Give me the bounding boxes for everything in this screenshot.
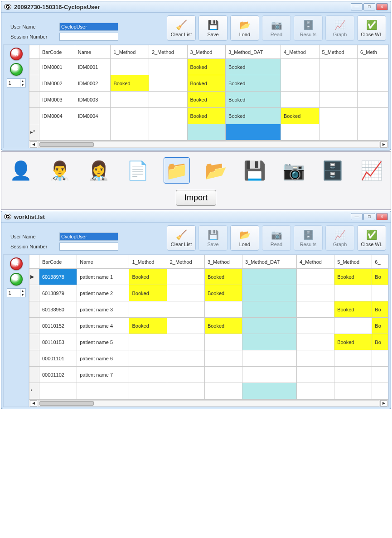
cell-c5[interactable] (334, 350, 372, 367)
session-number-input[interactable] (59, 242, 118, 251)
cell-c5[interactable]: Booked (334, 301, 372, 318)
cell-c3d[interactable] (242, 350, 297, 367)
user-large-icon[interactable]: 👤 (8, 157, 34, 184)
close-button[interactable] (376, 3, 388, 10)
cell-c3d[interactable]: Booked (226, 75, 281, 92)
clear-list-button[interactable]: Clear List (167, 15, 196, 41)
cell-c6[interactable] (358, 92, 388, 108)
cell-c2[interactable] (167, 350, 204, 367)
session-number-input[interactable] (59, 33, 118, 41)
cell-name[interactable]: IDM0003 (75, 92, 111, 108)
cell-c3d[interactable]: Booked (226, 108, 281, 124)
cell-c1[interactable] (111, 108, 149, 124)
cell-c5[interactable] (319, 92, 358, 108)
scroll-left[interactable]: ◀ (30, 400, 37, 407)
cell-name[interactable]: patient name 3 (77, 301, 129, 318)
cell-c6[interactable]: Bo (372, 301, 388, 318)
table-row[interactable]: 00001101patient name 6 (29, 350, 388, 367)
table-row[interactable]: 60138979patient name 2BookedBooked (29, 285, 388, 301)
scroll-thumb[interactable] (39, 401, 94, 406)
cell-barcode[interactable]: 00001101 (39, 350, 77, 367)
cell-c6[interactable] (358, 124, 388, 141)
cell-name[interactable]: IDM0002 (75, 75, 111, 92)
cell-c1[interactable] (111, 59, 149, 75)
scroll-thumb[interactable] (39, 142, 94, 147)
col-header[interactable]: 1_Method (111, 45, 149, 59)
cell-c3[interactable]: Booked (204, 285, 242, 301)
minimize-button[interactable] (351, 3, 363, 10)
doctor-icon[interactable]: 👨‍⚕️ (47, 157, 73, 184)
col-header[interactable]: 3_Method_DAT (226, 45, 281, 59)
cell-c4[interactable] (296, 334, 334, 350)
cell-c4[interactable] (296, 269, 334, 285)
cell-barcode[interactable]: IDM0004 (39, 108, 75, 124)
scroll-left[interactable]: ◀ (30, 141, 37, 148)
cell-barcode[interactable]: IDM0003 (39, 92, 75, 108)
cell-c1[interactable] (129, 367, 167, 383)
cell-c3d[interactable] (242, 367, 297, 383)
cell-c1[interactable] (129, 383, 167, 399)
row-spinner[interactable]: 1 ▲▼ (7, 288, 26, 297)
cell-c4[interactable] (296, 383, 334, 399)
col-header[interactable]: BarCode (39, 255, 77, 269)
scroll-right[interactable]: ▶ (380, 141, 387, 148)
col-header[interactable]: 2_Method (167, 255, 204, 269)
cell-c3[interactable]: Booked (187, 59, 226, 75)
graph-button[interactable]: Graph (325, 15, 354, 41)
cell-c5[interactable] (319, 59, 358, 75)
cell-c5[interactable] (319, 75, 358, 92)
cell-c4[interactable] (296, 301, 334, 318)
col-header[interactable]: 2_Method (149, 45, 187, 59)
cell-c3[interactable] (204, 383, 242, 399)
cell-c4[interactable] (296, 367, 334, 383)
cell-c3d[interactable]: Booked (226, 92, 281, 108)
cell-c5[interactable] (334, 318, 372, 334)
table-row[interactable]: IDM0001IDM0001BookedBooked (29, 59, 388, 75)
cell-c2[interactable] (149, 124, 187, 141)
cell-barcode[interactable]: 00110152 (39, 318, 77, 334)
col-header[interactable]: BarCode (39, 45, 75, 59)
cell-c2[interactable] (149, 92, 187, 108)
import-button[interactable]: Import (176, 190, 216, 206)
col-header[interactable]: Name (75, 45, 111, 59)
cell-c2[interactable] (149, 108, 187, 124)
cell-c1[interactable]: Booked (111, 75, 149, 92)
cell-c6[interactable] (372, 383, 388, 399)
cell-c4[interactable]: Booked (281, 108, 319, 124)
cell-c3[interactable]: Booked (187, 92, 226, 108)
cell-c5[interactable]: Booked (334, 334, 372, 350)
cell-c6[interactable] (372, 367, 388, 383)
cell-c3[interactable] (204, 350, 242, 367)
cell-c3d[interactable] (242, 383, 297, 399)
delete-row-button[interactable] (10, 48, 23, 60)
table-row[interactable]: 00001102patient name 7 (29, 367, 388, 383)
cell-c6[interactable] (372, 285, 388, 301)
cell-barcode[interactable]: IDM0001 (39, 59, 75, 75)
cell-c3[interactable]: Booked (187, 108, 226, 124)
cell-c1[interactable] (129, 334, 167, 350)
cell-c6[interactable]: Bo (372, 269, 388, 285)
spinner-down[interactable]: ▼ (20, 83, 25, 87)
cell-c3[interactable]: Booked (204, 269, 242, 285)
folder-import-icon[interactable]: 📁 (164, 157, 190, 184)
results-button[interactable]: Results (294, 15, 323, 41)
cell-c1[interactable] (111, 92, 149, 108)
cell-name[interactable]: patient name 2 (77, 285, 129, 301)
cell-c1[interactable] (129, 350, 167, 367)
nurse-icon[interactable]: 👩‍⚕️ (86, 157, 112, 184)
save-button[interactable]: Save (198, 15, 227, 41)
cell-c4[interactable] (296, 318, 334, 334)
cell-c6[interactable]: Bo (372, 334, 388, 350)
cell-c1[interactable]: Booked (129, 318, 167, 334)
load-button[interactable]: Load (230, 15, 259, 41)
cell-c2[interactable] (167, 383, 204, 399)
add-row-button[interactable] (10, 273, 23, 286)
table-row[interactable]: ▸* (29, 124, 388, 141)
cell-c3d[interactable] (242, 269, 297, 285)
col-header[interactable]: 5_Method (319, 45, 358, 59)
cell-barcode[interactable]: 00001102 (39, 367, 77, 383)
cell-c3d[interactable] (242, 301, 297, 318)
cell-c6[interactable] (372, 350, 388, 367)
cell-c3d[interactable] (242, 285, 297, 301)
cell-c3[interactable] (204, 334, 242, 350)
